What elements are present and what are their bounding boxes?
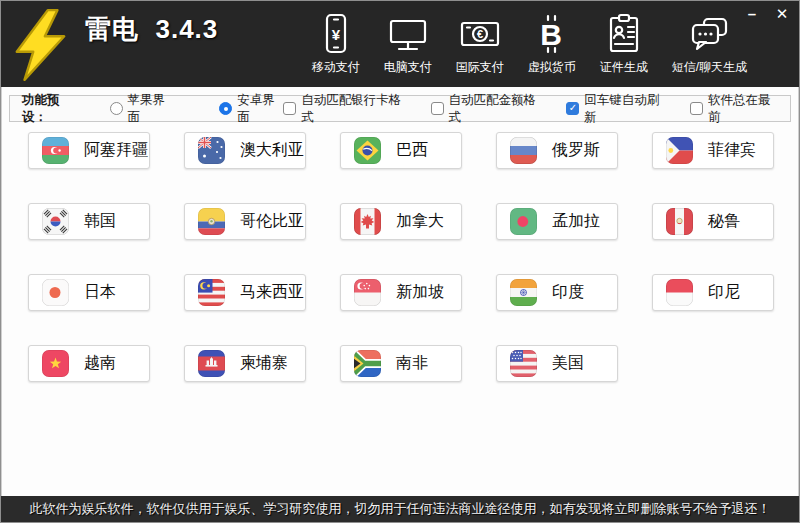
flag-colombia-icon xyxy=(198,208,225,235)
flag-south-africa-icon xyxy=(354,350,381,377)
toolbar-item-label: 国际支付 xyxy=(456,59,504,76)
country-button-colombia[interactable]: 哥伦比亚 xyxy=(184,203,306,240)
country-button-malaysia[interactable]: 马来西亚 xyxy=(184,274,306,311)
toolbar-item-mobile-payment[interactable]: ¥ 移动支付 xyxy=(312,12,360,76)
country-grid: 阿塞拜疆 澳大利亚 xyxy=(28,132,774,382)
presets-label: 功能预设： xyxy=(22,92,82,126)
flag-azerbaijan-icon xyxy=(42,137,69,164)
country-label: 澳大利亚 xyxy=(240,140,304,161)
country-button-south-korea[interactable]: 韩国 xyxy=(28,203,150,240)
country-label: 日本 xyxy=(84,282,116,303)
flag-canada-icon xyxy=(354,208,381,235)
flag-indonesia-icon xyxy=(666,279,693,306)
radio-android-ui[interactable]: 安卓界面 xyxy=(219,92,283,126)
toolbar-item-pc-payment[interactable]: 电脑支付 xyxy=(384,12,432,76)
toolbar: ¥ 移动支付 电脑支付 € 国际支付 xyxy=(312,12,747,76)
flag-brazil-icon xyxy=(354,137,381,164)
ui-preset-radio-group: 苹果界面 安卓界面 xyxy=(110,92,284,126)
flag-usa-icon xyxy=(510,350,537,377)
country-label: 越南 xyxy=(84,353,116,374)
international-payment-icon: € xyxy=(458,12,502,56)
id-card-icon xyxy=(602,12,646,56)
country-label: 美国 xyxy=(552,353,584,374)
country-button-vietnam[interactable]: 越南 xyxy=(28,345,150,382)
flag-russia-icon xyxy=(510,137,537,164)
toolbar-item-sms-chat-generation[interactable]: 短信/聊天生成 xyxy=(672,12,747,76)
country-button-azerbaijan[interactable]: 阿塞拜疆 xyxy=(28,132,150,169)
radio-circle-icon[interactable] xyxy=(110,102,123,115)
country-button-japan[interactable]: 日本 xyxy=(28,274,150,311)
country-button-indonesia[interactable]: 印尼 xyxy=(652,274,774,311)
svg-text:B: B xyxy=(540,18,562,51)
country-button-cambodia[interactable]: 柬埔寨 xyxy=(184,345,306,382)
toolbar-item-crypto[interactable]: B 虚拟货币 xyxy=(528,12,576,76)
checkbox-icon[interactable] xyxy=(566,102,579,115)
flag-peru-icon xyxy=(666,208,693,235)
disclaimer-text: 此软件为娱乐软件，软件仅供用于娱乐、学习研究使用，切勿用于任何违法商业途径使用，… xyxy=(30,500,771,518)
country-label: 马来西亚 xyxy=(240,282,304,303)
toolbar-item-id-generation[interactable]: 证件生成 xyxy=(600,12,648,76)
country-button-bangladesh[interactable]: 孟加拉 xyxy=(496,203,618,240)
country-button-singapore[interactable]: 新加坡 xyxy=(340,274,462,311)
options-checkbox-group: 自动匹配银行卡格式 自动匹配金额格式 回车键自动刷新 软件总在最前 xyxy=(283,92,778,126)
checkbox-icon[interactable] xyxy=(690,102,703,115)
app-window: 雷电 3.4.3 ¥ 移动支付 电脑支付 xyxy=(0,0,800,523)
checkbox-enter-auto-refresh[interactable]: 回车键自动刷新 xyxy=(566,92,666,126)
toolbar-item-label: 短信/聊天生成 xyxy=(672,59,747,76)
close-button[interactable]: ✕ xyxy=(773,5,791,23)
toolbar-item-label: 移动支付 xyxy=(312,59,360,76)
country-button-peru[interactable]: 秘鲁 xyxy=(652,203,774,240)
radio-label: 苹果界面 xyxy=(128,92,174,126)
country-label: 柬埔寨 xyxy=(240,353,288,374)
checkbox-label: 回车键自动刷新 xyxy=(584,92,666,126)
radio-apple-ui[interactable]: 苹果界面 xyxy=(110,92,174,126)
country-label: 秘鲁 xyxy=(708,211,740,232)
flag-bangladesh-icon xyxy=(510,208,537,235)
country-button-brazil[interactable]: 巴西 xyxy=(340,132,462,169)
country-label: 印尼 xyxy=(708,282,740,303)
country-button-south-africa[interactable]: 南非 xyxy=(340,345,462,382)
app-title: 雷电 3.4.3 xyxy=(85,12,218,47)
checkbox-auto-bankcard-format[interactable]: 自动匹配银行卡格式 xyxy=(283,92,406,126)
pc-payment-icon xyxy=(386,12,430,56)
checkbox-label: 软件总在最前 xyxy=(708,92,778,126)
country-button-canada[interactable]: 加拿大 xyxy=(340,203,462,240)
radio-circle-icon[interactable] xyxy=(219,102,232,115)
checkbox-auto-amount-format[interactable]: 自动匹配金额格式 xyxy=(431,92,543,126)
radio-label: 安卓界面 xyxy=(237,92,283,126)
crypto-currency-icon: B xyxy=(530,12,574,56)
flag-malaysia-icon xyxy=(198,279,225,306)
flag-india-icon xyxy=(510,279,537,306)
country-button-usa[interactable]: 美国 xyxy=(496,345,618,382)
country-button-philippines[interactable]: 菲律宾 xyxy=(652,132,774,169)
toolbar-item-international-payment[interactable]: € 国际支付 xyxy=(456,12,504,76)
window-controls: – ✕ xyxy=(743,5,791,23)
svg-text:€: € xyxy=(477,28,483,40)
checkbox-label: 自动匹配金额格式 xyxy=(449,92,543,126)
checkbox-label: 自动匹配银行卡格式 xyxy=(301,92,406,126)
checkbox-icon[interactable] xyxy=(283,102,296,115)
title-bar: 雷电 3.4.3 ¥ 移动支付 电脑支付 xyxy=(1,1,799,87)
country-label: 哥伦比亚 xyxy=(240,211,304,232)
footer-bar: 此软件为娱乐软件，软件仅供用于娱乐、学习研究使用，切勿用于任何违法商业途径使用，… xyxy=(1,496,799,522)
country-label: 阿塞拜疆 xyxy=(84,140,148,161)
chat-bubbles-icon xyxy=(687,12,731,56)
flag-singapore-icon xyxy=(354,279,381,306)
flag-cambodia-icon xyxy=(198,350,225,377)
country-label: 菲律宾 xyxy=(708,140,756,161)
country-button-russia[interactable]: 俄罗斯 xyxy=(496,132,618,169)
flag-japan-icon xyxy=(42,279,69,306)
country-label: 俄罗斯 xyxy=(552,140,600,161)
country-label: 孟加拉 xyxy=(552,211,600,232)
flag-philippines-icon xyxy=(666,137,693,164)
toolbar-item-label: 虚拟货币 xyxy=(528,59,576,76)
country-label: 韩国 xyxy=(84,211,116,232)
country-label: 新加坡 xyxy=(396,282,444,303)
minimize-button[interactable]: – xyxy=(743,5,761,23)
country-button-india[interactable]: 印度 xyxy=(496,274,618,311)
checkbox-always-on-top[interactable]: 软件总在最前 xyxy=(690,92,778,126)
country-button-australia[interactable]: 澳大利亚 xyxy=(184,132,306,169)
country-label: 加拿大 xyxy=(396,211,444,232)
mobile-payment-icon: ¥ xyxy=(314,12,358,56)
checkbox-icon[interactable] xyxy=(431,102,444,115)
